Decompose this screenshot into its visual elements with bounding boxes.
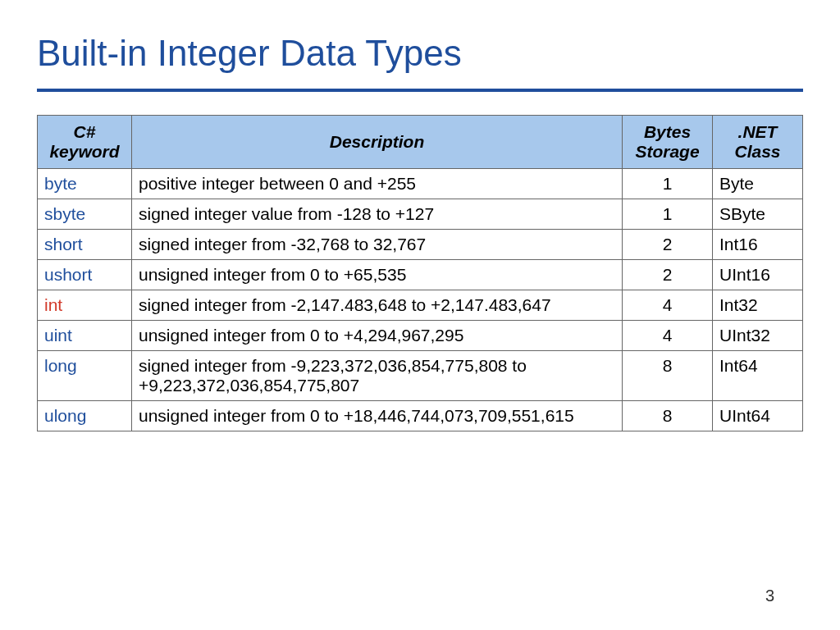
cell-description: signed integer from -9,223,372,036,854,7… — [132, 351, 623, 401]
slide: Built-in Integer Data Types C# keyword D… — [0, 0, 840, 630]
integer-types-table: C# keyword Description Bytes Storage .NE… — [37, 115, 803, 431]
table-row: intsigned integer from -2,147.483,648 to… — [38, 290, 803, 321]
cell-keyword: int — [38, 290, 132, 321]
table-row: ushortunsigned integer from 0 to +65,535… — [38, 260, 803, 290]
cell-keyword: byte — [38, 169, 132, 199]
cell-bytes: 8 — [623, 401, 713, 431]
table-row: ulongunsigned integer from 0 to +18,446,… — [38, 401, 803, 431]
cell-class: Int16 — [713, 230, 803, 260]
table-row: longsigned integer from -9,223,372,036,8… — [38, 351, 803, 401]
col-header-class: .NET Class — [713, 116, 803, 169]
cell-description: unsigned integer from 0 to +18,446,744,0… — [132, 401, 623, 431]
cell-class: UInt64 — [713, 401, 803, 431]
cell-keyword: ulong — [38, 401, 132, 431]
cell-keyword: long — [38, 351, 132, 401]
cell-class: Int64 — [713, 351, 803, 401]
cell-description: unsigned integer from 0 to +65,535 — [132, 260, 623, 290]
cell-bytes: 1 — [623, 169, 713, 199]
title-rule — [37, 89, 803, 92]
cell-description: unsigned integer from 0 to +4,294,967,29… — [132, 321, 623, 351]
page-number: 3 — [765, 587, 774, 605]
cell-keyword: short — [38, 230, 132, 260]
cell-bytes: 1 — [623, 199, 713, 230]
cell-description: signed integer from -2,147.483,648 to +2… — [132, 290, 623, 321]
cell-class: Int32 — [713, 290, 803, 321]
table-row: bytepositive integer between 0 and +2551… — [38, 169, 803, 199]
cell-bytes: 8 — [623, 351, 713, 401]
cell-class: UInt16 — [713, 260, 803, 290]
page-title: Built-in Integer Data Types — [37, 33, 803, 74]
table-row: uintunsigned integer from 0 to +4,294,96… — [38, 321, 803, 351]
cell-bytes: 2 — [623, 230, 713, 260]
table-row: shortsigned integer from -32,768 to 32,7… — [38, 230, 803, 260]
cell-class: Byte — [713, 169, 803, 199]
cell-class: SByte — [713, 199, 803, 230]
cell-bytes: 2 — [623, 260, 713, 290]
table-header-row: C# keyword Description Bytes Storage .NE… — [38, 116, 803, 169]
cell-keyword: ushort — [38, 260, 132, 290]
col-header-bytes: Bytes Storage — [623, 116, 713, 169]
cell-keyword: uint — [38, 321, 132, 351]
cell-keyword: sbyte — [38, 199, 132, 230]
col-header-keyword: C# keyword — [38, 116, 132, 169]
cell-description: signed integer from -32,768 to 32,767 — [132, 230, 623, 260]
col-header-description: Description — [132, 116, 623, 169]
cell-description: signed integer value from -128 to +127 — [132, 199, 623, 230]
cell-bytes: 4 — [623, 290, 713, 321]
cell-class: UInt32 — [713, 321, 803, 351]
table-row: sbytesigned integer value from -128 to +… — [38, 199, 803, 230]
cell-description: positive integer between 0 and +255 — [132, 169, 623, 199]
cell-bytes: 4 — [623, 321, 713, 351]
